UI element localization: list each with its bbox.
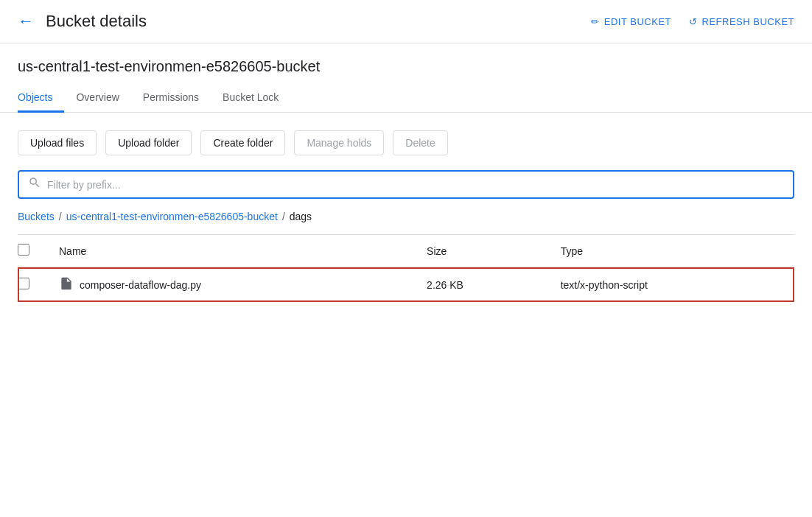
upload-files-button[interactable]: Upload files bbox=[18, 130, 97, 155]
tab-overview[interactable]: Overview bbox=[64, 84, 130, 113]
search-input[interactable] bbox=[47, 179, 784, 191]
edit-bucket-button[interactable]: ✏ EDIT BUCKET bbox=[591, 16, 671, 27]
row-type-cell: text/x-python-script bbox=[549, 267, 794, 303]
search-icon bbox=[28, 176, 41, 193]
bucket-name: us-central1-test-environmen-e5826605-buc… bbox=[18, 58, 794, 75]
tabs-bar: Objects Overview Permissions Bucket Lock bbox=[0, 84, 812, 113]
manage-holds-button: Manage holds bbox=[294, 130, 384, 155]
tab-bucket-lock[interactable]: Bucket Lock bbox=[211, 84, 290, 113]
file-icon bbox=[59, 276, 74, 293]
action-buttons-group: Upload files Upload folder Create folder… bbox=[18, 130, 794, 155]
refresh-icon: ↺ bbox=[689, 16, 698, 27]
table-row[interactable]: composer-dataflow-dag.py 2.26 KB text/x-… bbox=[18, 267, 794, 303]
table-header-row: Name Size Type bbox=[18, 235, 794, 267]
back-button[interactable]: ← bbox=[18, 12, 34, 31]
delete-button: Delete bbox=[393, 130, 447, 155]
refresh-bucket-button[interactable]: ↺ REFRESH BUCKET bbox=[689, 16, 794, 27]
bucket-name-section: us-central1-test-environmen-e5826605-buc… bbox=[0, 43, 812, 75]
select-all-checkbox[interactable] bbox=[18, 244, 29, 256]
upload-folder-button[interactable]: Upload folder bbox=[105, 130, 192, 155]
create-folder-button[interactable]: Create folder bbox=[200, 130, 285, 155]
breadcrumb-buckets-link[interactable]: Buckets bbox=[18, 211, 55, 222]
row-checkbox[interactable] bbox=[18, 278, 29, 289]
row-checkbox-cell bbox=[18, 267, 47, 303]
page-title: Bucket details bbox=[46, 12, 579, 31]
row-name-cell: composer-dataflow-dag.py bbox=[47, 267, 415, 303]
breadcrumb: Buckets / us-central1-test-environmen-e5… bbox=[18, 211, 794, 222]
tab-objects[interactable]: Objects bbox=[18, 84, 64, 113]
main-content: Upload files Upload folder Create folder… bbox=[0, 113, 812, 302]
breadcrumb-bucket-link[interactable]: us-central1-test-environmen-e5826605-buc… bbox=[66, 211, 278, 222]
edit-icon: ✏ bbox=[591, 16, 600, 27]
page-header: ← Bucket details ✏ EDIT BUCKET ↺ REFRESH… bbox=[0, 0, 812, 43]
breadcrumb-separator-2: / bbox=[282, 211, 285, 222]
table-header-size: Size bbox=[415, 235, 549, 267]
file-row: composer-dataflow-dag.py bbox=[59, 276, 403, 293]
files-table: Name Size Type composer-da bbox=[18, 235, 794, 302]
header-actions: ✏ EDIT BUCKET ↺ REFRESH BUCKET bbox=[591, 16, 794, 27]
table-header-checkbox-cell bbox=[18, 235, 47, 267]
tab-permissions[interactable]: Permissions bbox=[131, 84, 211, 113]
breadcrumb-current: dags bbox=[290, 211, 312, 222]
table-header-type: Type bbox=[549, 235, 794, 267]
table-header-name: Name bbox=[47, 235, 415, 267]
breadcrumb-separator-1: / bbox=[59, 211, 62, 222]
row-filename: composer-dataflow-dag.py bbox=[80, 279, 201, 291]
search-bar bbox=[18, 170, 794, 199]
row-size-cell: 2.26 KB bbox=[415, 267, 549, 303]
